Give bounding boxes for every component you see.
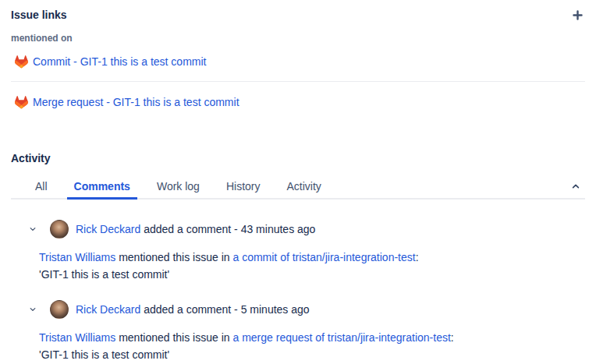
mention-source-link[interactable]: a commit of tristan/jira-integration-tes… <box>232 251 415 263</box>
comment-body: Tristan Williams mentioned this issue in… <box>39 329 585 363</box>
author-link[interactable]: Rick Deckard <box>76 223 140 235</box>
comment-meta: Rick Deckard added a comment - 43 minute… <box>76 223 315 235</box>
author-link[interactable]: Rick Deckard <box>76 303 140 316</box>
mention-suffix: : <box>451 331 454 344</box>
mention-text: mentioned this issue in <box>115 331 232 344</box>
collapse-comment-button[interactable] <box>28 224 37 234</box>
gitlab-icon <box>15 55 28 69</box>
comment-line-mention: Tristan Williams mentioned this issue in… <box>39 249 585 266</box>
merge-request-link[interactable]: Merge request - GIT-1 this is a test com… <box>33 96 239 108</box>
chevron-down-icon <box>29 225 37 233</box>
mention-source-link[interactable]: a merge request of tristan/jira-integrat… <box>232 331 450 344</box>
divider <box>11 81 585 82</box>
plus-icon <box>573 10 583 20</box>
comment-header: Rick Deckard added a comment - 43 minute… <box>28 220 585 239</box>
comment: Rick Deckard added a comment - 5 minutes… <box>28 300 585 363</box>
comment-line-quote: 'GIT-1 this is a test commit' <box>39 266 585 283</box>
tab-work-log[interactable]: Work log <box>150 177 207 200</box>
gitlab-icon <box>15 96 28 109</box>
commit-link[interactable]: Commit - GIT-1 this is a test commit <box>33 55 206 68</box>
chevron-down-icon <box>29 306 37 313</box>
tab-history[interactable]: History <box>219 177 268 200</box>
avatar <box>50 300 69 319</box>
tab-comments[interactable]: Comments <box>67 177 137 200</box>
comment-meta-text: added a comment - 43 minutes ago <box>140 223 315 235</box>
add-issue-link-button[interactable] <box>569 7 585 23</box>
issue-detail-page: Issue links mentioned on Commit - GIT-1 … <box>0 0 596 363</box>
tab-all[interactable]: All <box>28 177 55 200</box>
comment-line-mention: Tristan Williams mentioned this issue in… <box>39 329 585 346</box>
mention-user-link[interactable]: Tristan Williams <box>39 331 115 344</box>
activity-tabbar: All Comments Work log History Activity <box>11 179 585 200</box>
chevron-up-icon <box>571 182 580 191</box>
comment-body: Tristan Williams mentioned this issue in… <box>39 249 585 283</box>
comment-line-quote: 'GIT-1 this is a test commit' <box>39 346 585 363</box>
avatar <box>50 220 69 239</box>
issue-link-row-commit: Commit - GIT-1 this is a test commit <box>11 52 585 71</box>
issue-links-title: Issue links <box>11 9 67 21</box>
issue-link-row-merge-request: Merge request - GIT-1 this is a test com… <box>11 93 585 111</box>
comment-header: Rick Deckard added a comment - 5 minutes… <box>28 300 585 319</box>
issue-links-header: Issue links <box>11 0 585 23</box>
collapse-comment-button[interactable] <box>28 305 37 314</box>
collapse-activity-button[interactable] <box>568 178 584 194</box>
tab-activity[interactable]: Activity <box>279 177 328 200</box>
mention-suffix: : <box>416 251 419 263</box>
mention-text: mentioned this issue in <box>115 251 232 263</box>
mentioned-on-label: mentioned on <box>11 33 585 44</box>
comment-meta-text: added a comment - 5 minutes ago <box>140 303 309 316</box>
comment: Rick Deckard added a comment - 43 minute… <box>28 220 585 283</box>
comment-meta: Rick Deckard added a comment - 5 minutes… <box>76 303 310 316</box>
mention-user-link[interactable]: Tristan Williams <box>39 251 115 263</box>
activity-title: Activity <box>11 152 585 164</box>
